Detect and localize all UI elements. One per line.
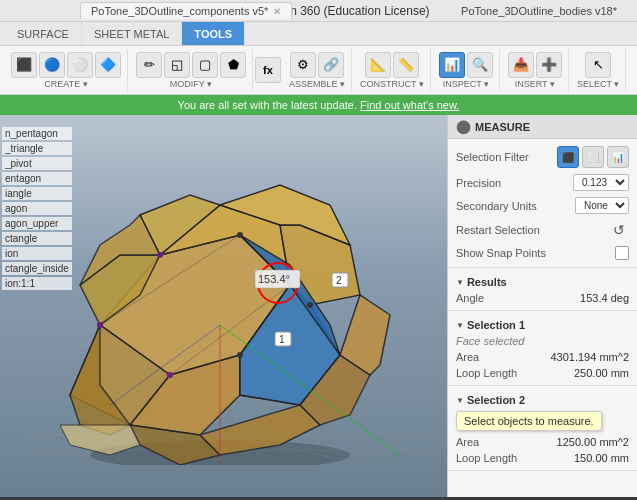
insert-more-icon[interactable]: ➕ — [536, 52, 562, 78]
svg-point-29 — [167, 372, 173, 378]
label-n-pentagon[interactable]: n_pentagon — [2, 127, 72, 140]
toolbar-group-select: ↖ SELECT ▾ — [571, 49, 626, 91]
close-tab-icon[interactable]: ✕ — [273, 6, 281, 17]
label-iangle[interactable]: iangle — [2, 187, 72, 200]
loop2-value: 150.00 mm — [574, 452, 629, 464]
modify-shell-icon[interactable]: ▢ — [192, 52, 218, 78]
toolbar-group-create: ⬛ 🔵 ⚪ 🔷 CREATE ▾ — [5, 49, 128, 91]
inspect-measure-icon[interactable]: 📊 — [439, 52, 465, 78]
svg-point-26 — [97, 322, 103, 328]
area2-label: Area — [456, 436, 479, 448]
selection-filter-label: Selection Filter — [456, 151, 529, 163]
toolbar-tabs: SURFACE SHEET METAL TOOLS — [0, 22, 637, 46]
tab-sheet-metal[interactable]: SHEET METAL — [82, 22, 182, 45]
label-ctangle[interactable]: ctangle — [2, 232, 72, 245]
construct-label: CONSTRUCT ▾ — [360, 79, 424, 89]
assemble-more-icon[interactable]: 🔗 — [318, 52, 344, 78]
create-label: CREATE ▾ — [44, 79, 87, 89]
select-icon[interactable]: ↖ — [585, 52, 611, 78]
label-agon-upper[interactable]: agon_upper — [2, 217, 72, 230]
3d-model-svg: 153.4° 1 2 — [20, 125, 440, 465]
restart-button[interactable]: ↺ — [609, 220, 629, 240]
filter-edge-btn[interactable]: ⬜ — [582, 146, 604, 168]
measure-title: MEASURE — [475, 121, 530, 133]
label-pentagon[interactable]: entagon — [2, 172, 72, 185]
label-triangle[interactable]: _triangle — [2, 142, 72, 155]
measure-panel-header: ⬤ MEASURE — [448, 115, 637, 139]
svg-point-30 — [237, 352, 243, 358]
create-box-icon[interactable]: ⬛ — [11, 52, 37, 78]
area1-value: 4301.194 mm^2 — [550, 351, 629, 363]
tab-tools[interactable]: TOOLS — [182, 22, 245, 45]
insert-import-icon[interactable]: 📥 — [508, 52, 534, 78]
selection1-section: ▼ Selection 1 Face selected Area 4301.19… — [448, 311, 637, 386]
modify-fillet-icon[interactable]: ◱ — [164, 52, 190, 78]
secondary-units-label: Secondary Units — [456, 200, 537, 212]
svg-point-25 — [157, 252, 163, 258]
right-panel: ⬤ MEASURE Selection Filter ⬛ ⬜ 📊 Precisi… — [447, 115, 637, 497]
create-sphere-icon[interactable]: ⚪ — [67, 52, 93, 78]
left-labels: n_pentagon _triangle _pivot entagon iang… — [0, 125, 74, 292]
precision-select[interactable]: 0.123 0.12 0.1 — [573, 174, 629, 191]
label-agon[interactable]: agon — [2, 202, 72, 215]
toolbar-group-modify: ✏ ◱ ▢ ⬟ MODIFY ▾ — [130, 49, 253, 91]
loop1-label: Loop Length — [456, 367, 517, 379]
area2-value: 1250.00 mm^2 — [557, 436, 629, 448]
loop1-value: 250.00 mm — [574, 367, 629, 379]
svg-text:2: 2 — [336, 275, 342, 286]
svg-text:1: 1 — [279, 334, 285, 345]
label-ion[interactable]: ion — [2, 247, 72, 260]
loop2-label: Loop Length — [456, 452, 517, 464]
tab-bodies[interactable]: PoTone_3DOutline_bodies v18* — [461, 5, 617, 17]
svg-point-27 — [237, 232, 243, 238]
modify-press-icon[interactable]: ✏ — [136, 52, 162, 78]
label-ctangle-inside[interactable]: ctangle_inside — [2, 262, 72, 275]
toolbar-group-assemble: ⚙ 🔗 ASSEMBLE ▾ — [283, 49, 352, 91]
create-cylinder-icon[interactable]: 🔵 — [39, 52, 65, 78]
results-title: Results — [467, 276, 507, 288]
filter-face-btn[interactable]: ⬛ — [557, 146, 579, 168]
angle-label: Angle — [456, 292, 484, 304]
selection1-title: Selection 1 — [467, 319, 525, 331]
construct-axis-icon[interactable]: 📏 — [393, 52, 419, 78]
precision-label: Precision — [456, 177, 501, 189]
area1-label: Area — [456, 351, 479, 363]
construct-plane-icon[interactable]: 📐 — [365, 52, 391, 78]
main-content: n_pentagon _triangle _pivot entagon iang… — [0, 115, 637, 497]
modify-label: MODIFY ▾ — [170, 79, 212, 89]
svg-text:153.4°: 153.4° — [258, 273, 290, 285]
toolbar-group-construct: 📐 📏 CONSTRUCT ▾ — [354, 49, 431, 91]
fx-button[interactable]: fx — [255, 57, 281, 83]
toolbar-group-insert: 📥 ➕ INSERT ▾ — [502, 49, 569, 91]
modify-more-icon[interactable]: ⬟ — [220, 52, 246, 78]
select-label: SELECT ▾ — [577, 79, 619, 89]
snap-points-label: Show Snap Points — [456, 247, 546, 259]
snap-points-checkbox[interactable] — [615, 246, 629, 260]
toolbar-group-inspect: 📊 🔍 INSPECT ▾ — [433, 49, 500, 91]
tab-surface[interactable]: SURFACE — [5, 22, 82, 45]
filter-point-btn[interactable]: 📊 — [607, 146, 629, 168]
angle-value: 153.4 deg — [580, 292, 629, 304]
svg-point-31 — [307, 302, 313, 308]
tab-components[interactable]: PoTone_3DOutline_components v5* ✕ — [80, 2, 292, 19]
insert-label: INSERT ▾ — [515, 79, 555, 89]
update-link[interactable]: Find out what's new. — [360, 99, 459, 111]
secondary-units-select[interactable]: None mm in — [575, 197, 629, 214]
update-banner: You are all set with the latest update. … — [0, 95, 637, 115]
toolbar-area: SURFACE SHEET METAL TOOLS ⬛ 🔵 ⚪ 🔷 CREATE… — [0, 22, 637, 95]
selection-filter-icons: ⬛ ⬜ 📊 — [557, 146, 629, 168]
toolbar-buttons: ⬛ 🔵 ⚪ 🔷 CREATE ▾ ✏ ◱ ▢ ⬟ MODIFY ▾ fx ⚙ 🔗 — [0, 46, 637, 94]
label-pivot[interactable]: _pivot — [2, 157, 72, 170]
selection2-title: Selection 2 — [467, 394, 525, 406]
viewport[interactable]: n_pentagon _triangle _pivot entagon iang… — [0, 115, 447, 497]
results-section: ▼ Results Angle 153.4 deg — [448, 268, 637, 311]
assemble-joint-icon[interactable]: ⚙ — [290, 52, 316, 78]
label-ion-1[interactable]: ion:1:1 — [2, 277, 72, 290]
face-selected-label: Face selected — [456, 333, 629, 349]
inspect-more-icon[interactable]: 🔍 — [467, 52, 493, 78]
title-bar: Autodesk Fusion 360 (Education License) … — [0, 0, 637, 22]
selection-filter-section: Selection Filter ⬛ ⬜ 📊 Precision 0.123 0… — [448, 139, 637, 268]
selection2-section: ▼ Selection 2 Select objects to measure.… — [448, 386, 637, 471]
select-objects-tooltip: Select objects to measure. — [456, 411, 602, 431]
create-more-icon[interactable]: 🔷 — [95, 52, 121, 78]
